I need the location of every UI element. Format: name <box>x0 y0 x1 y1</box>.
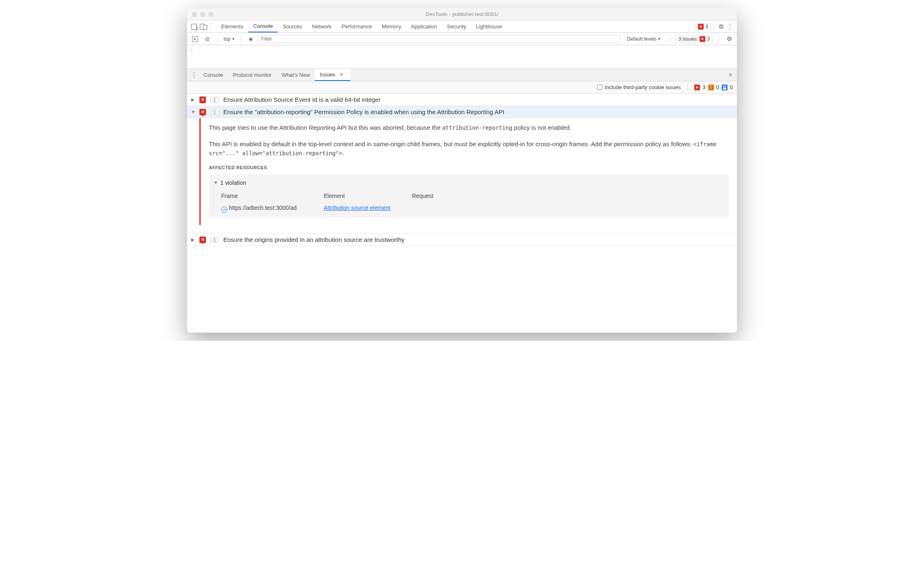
third-party-cookie-checkbox[interactable]: Include third-party cookie issues <box>597 84 681 90</box>
issue-row[interactable]: 1 Ensure the "attribution-reporting" Per… <box>187 106 737 118</box>
collapse-icon[interactable] <box>191 110 195 114</box>
device-toolbar-icon[interactable] <box>199 22 208 31</box>
close-icon[interactable]: ✕ <box>338 70 345 79</box>
log-levels-label: Default levels <box>627 36 656 42</box>
affected-resources-table: Frame Element Request https://adtech.tes… <box>214 190 724 214</box>
issue-title: Ensure the "attribution-reporting" Permi… <box>223 108 733 115</box>
tab-security[interactable]: Security <box>442 21 471 32</box>
issues-count: 3 <box>707 36 710 42</box>
col-element: Element <box>324 192 412 200</box>
tab-elements[interactable]: Elements <box>216 21 248 32</box>
info-icon <box>722 85 727 90</box>
warnings-count: 0 <box>716 84 719 90</box>
drawer-tab-console[interactable]: Console <box>199 69 228 81</box>
col-frame: Frame <box>221 192 324 200</box>
request-cell <box>412 204 473 212</box>
drawer-tab-issues-label: Issues <box>320 71 335 78</box>
divider <box>217 35 218 43</box>
violation-header[interactable]: 1 violation <box>214 179 724 187</box>
divider <box>669 35 670 43</box>
tab-memory[interactable]: Memory <box>377 21 406 32</box>
drawer-tab-protocol-monitor[interactable]: Protocol monitor <box>228 69 277 81</box>
execution-context-value: top <box>224 36 231 42</box>
error-icon <box>698 24 704 30</box>
log-levels-select[interactable]: Default levels <box>624 36 663 42</box>
issues-prefix: 3 Issues: <box>678 36 698 42</box>
console-output[interactable]: › <box>187 45 737 69</box>
divider <box>240 35 240 43</box>
issue-description-2: This API is enabled by default in the to… <box>209 140 729 158</box>
errors-count: 3 <box>702 84 705 90</box>
close-drawer-icon[interactable]: ✕ <box>727 70 734 80</box>
warning-icon <box>708 85 714 90</box>
divider <box>687 84 688 91</box>
frame-icon <box>221 207 227 213</box>
error-count-badge[interactable]: 3 <box>695 23 711 30</box>
frame-cell[interactable]: https://adtech.test:3000/ad <box>221 204 324 212</box>
tab-network[interactable]: Network <box>307 21 337 32</box>
error-count-value: 3 <box>705 24 708 30</box>
info-count: 0 <box>730 84 733 90</box>
drawer-tabstrip: Console Protocol monitor What's New Issu… <box>187 69 737 81</box>
error-icon <box>694 85 700 90</box>
tab-lighthouse[interactable]: Lighthouse <box>471 21 507 32</box>
expand-icon[interactable] <box>191 237 195 242</box>
console-prompt-icon: › <box>190 48 193 53</box>
element-cell[interactable]: Attribution source element <box>324 204 412 212</box>
main-tabstrip: Elements Console Sources Network Perform… <box>187 21 737 33</box>
clear-console-icon[interactable] <box>203 34 212 44</box>
divider <box>714 23 714 30</box>
violation-count: 1 violation <box>220 179 246 187</box>
issue-row[interactable]: 1 Ensure Attribution Source Event Id is … <box>187 94 737 106</box>
devtools-window: DevTools - publisher.test:8081/ Elements… <box>187 8 737 333</box>
collapse-icon[interactable] <box>214 180 218 186</box>
issue-count-pill: 1 <box>210 237 219 243</box>
issue-detail: This page tries to use the Attribution R… <box>199 118 737 225</box>
affected-resources-label: Affected Resources <box>209 165 729 171</box>
issue-row[interactable]: 1 Ensure the origins provided in an attr… <box>187 234 737 246</box>
main-tabs: Elements Console Sources Network Perform… <box>216 21 507 32</box>
affected-resources-box: 1 violation Frame Element Request https:… <box>209 175 729 218</box>
issue-title: Ensure the origins provided in an attrib… <box>223 236 733 243</box>
window-title: DevTools - publisher.test:8081/ <box>187 11 737 17</box>
drawer-more-icon[interactable] <box>190 71 199 80</box>
table-row: https://adtech.test:3000/ad Attribution … <box>221 202 724 214</box>
console-filter-input[interactable] <box>258 35 621 43</box>
tab-console[interactable]: Console <box>248 21 278 32</box>
live-expression-icon[interactable] <box>246 34 255 44</box>
issue-description-1: This page tries to use the Attribution R… <box>209 123 729 132</box>
page-error-icon <box>199 237 206 243</box>
inspect-element-icon[interactable] <box>190 22 199 31</box>
issue-count-pill: 1 <box>210 97 219 103</box>
third-party-cookie-label: Include third-party cookie issues <box>605 84 681 90</box>
col-request: Request <box>412 192 473 200</box>
drawer-tab-whats-new[interactable]: What's New <box>277 69 315 81</box>
issue-title: Ensure Attribution Source Event Id is a … <box>223 96 733 103</box>
page-error-icon <box>199 96 206 103</box>
issues-counter[interactable]: 3 Issues: 3 <box>675 35 713 43</box>
issues-toolbar: Include third-party cookie issues 3 0 0 <box>187 81 737 94</box>
more-menu-icon[interactable] <box>725 22 734 31</box>
third-party-cookie-checkbox-input[interactable] <box>597 85 602 90</box>
error-icon <box>700 36 705 42</box>
tab-performance[interactable]: Performance <box>336 21 377 32</box>
divider <box>718 35 719 43</box>
console-settings-icon[interactable] <box>725 34 734 44</box>
tab-application[interactable]: Application <box>406 21 442 32</box>
titlebar: DevTools - publisher.test:8081/ <box>187 8 737 21</box>
issue-kind-counts: 3 0 0 <box>694 84 733 90</box>
element-link[interactable]: Attribution source element <box>324 204 391 211</box>
issue-count-pill: 1 <box>210 109 219 115</box>
toggle-sidebar-icon[interactable] <box>190 34 199 44</box>
drawer-tab-issues[interactable]: Issues ✕ <box>315 69 350 81</box>
tab-sources[interactable]: Sources <box>278 21 307 32</box>
divider <box>210 23 210 30</box>
settings-gear-icon[interactable] <box>716 22 725 31</box>
execution-context-select[interactable]: top <box>224 36 234 42</box>
inline-code: attribution-reporting <box>442 124 512 131</box>
table-header-row: Frame Element Request <box>221 190 724 202</box>
page-error-icon <box>199 109 206 115</box>
expand-icon[interactable] <box>191 97 195 102</box>
console-toolbar: top Default levels 3 Issues: 3 <box>187 33 737 45</box>
